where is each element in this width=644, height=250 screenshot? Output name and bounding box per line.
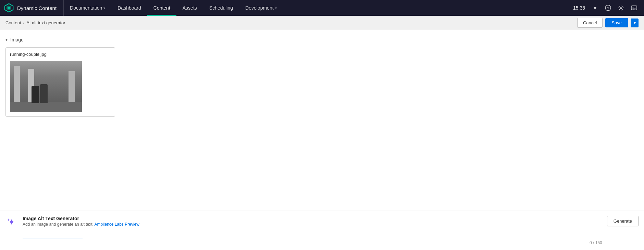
nav-item-dashboard[interactable]: Dashboard: [111, 0, 147, 16]
logo-icon: [4, 3, 14, 13]
save-chevron-button[interactable]: ▾: [631, 18, 639, 27]
nav-time: 15:38: [573, 5, 585, 11]
cancel-button[interactable]: Cancel: [577, 18, 603, 28]
main-content: ▾ Image running-couple.jpg: [0, 30, 644, 124]
section-title: Image: [10, 37, 24, 42]
settings-icon: [618, 5, 624, 11]
svg-text:?: ?: [607, 6, 609, 10]
breadcrumb-current: AI alt text generator: [26, 20, 65, 25]
breadcrumb: Content / AI alt text generator: [5, 20, 577, 25]
nav-item-documentation[interactable]: Documentation ▾: [64, 0, 111, 16]
settings-icon-button[interactable]: [615, 2, 627, 14]
ground-area: [10, 102, 82, 112]
svg-point-5: [620, 7, 622, 9]
app-logo[interactable]: Dynamic Content: [4, 3, 57, 13]
breadcrumb-parent[interactable]: Content: [5, 20, 21, 25]
user-icon: [631, 5, 637, 11]
nav-item-scheduling[interactable]: Scheduling: [203, 0, 239, 16]
image-filename: running-couple.jpg: [10, 52, 111, 57]
breadcrumb-bar: Content / AI alt text generator Cancel S…: [0, 16, 644, 30]
figure-woman: [32, 86, 39, 103]
nav-items: Documentation ▾ Dashboard Content Assets…: [64, 0, 573, 16]
chevron-down-icon: ▾: [103, 6, 105, 10]
breadcrumb-separator: /: [23, 20, 25, 25]
nav-right: 15:38 ▾ ?: [573, 2, 640, 14]
breadcrumb-actions: Cancel Save ▾: [577, 18, 639, 28]
top-nav: Dynamic Content Documentation ▾ Dashboar…: [0, 0, 644, 16]
figure-man: [40, 84, 48, 103]
nav-item-assets[interactable]: Assets: [176, 0, 203, 16]
nav-item-development[interactable]: Development ▾: [239, 0, 283, 16]
nav-item-content[interactable]: Content: [147, 0, 176, 16]
help-icon: ?: [605, 5, 611, 11]
help-icon-button[interactable]: ?: [602, 2, 614, 14]
save-button[interactable]: Save: [605, 18, 628, 27]
time-dropdown-button[interactable]: ▾: [589, 2, 601, 14]
collapse-icon: ▾: [5, 37, 8, 42]
image-canvas: [10, 61, 82, 112]
image-card: running-couple.jpg: [5, 47, 115, 117]
app-title: Dynamic Content: [17, 5, 57, 11]
pillar-1: [14, 66, 20, 102]
image-section-header[interactable]: ▾ Image: [5, 37, 639, 42]
pillar-3: [69, 71, 75, 102]
chevron-down-icon: ▾: [275, 6, 277, 10]
user-icon-button[interactable]: [628, 2, 640, 14]
chevron-down-icon: ▾: [634, 21, 636, 25]
image-preview: [10, 61, 82, 112]
